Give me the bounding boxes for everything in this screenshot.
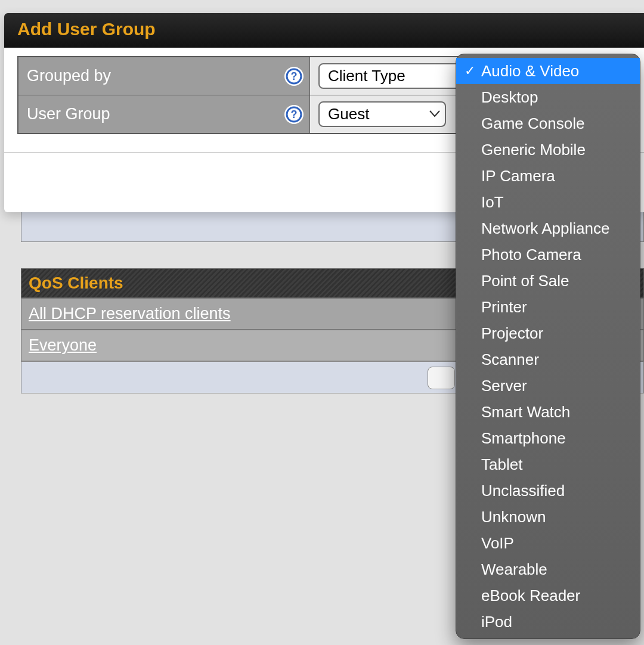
grouped-by-label-cell: Grouped by ? bbox=[18, 57, 310, 95]
dropdown-item-label: Photo Camera bbox=[481, 245, 581, 264]
dropdown-item-label: VoIP bbox=[481, 534, 514, 553]
dropdown-item[interactable]: Photo Camera bbox=[456, 241, 640, 268]
dropdown-item[interactable]: Scanner bbox=[456, 346, 640, 373]
user-group-label-cell: User Group ? bbox=[18, 95, 310, 134]
dropdown-item-label: eBook Reader bbox=[481, 586, 580, 605]
button-stub[interactable] bbox=[428, 367, 455, 389]
help-icon[interactable]: ? bbox=[284, 67, 304, 86]
dropdown-item[interactable]: Game Console bbox=[456, 110, 640, 137]
dropdown-item-label: Network Appliance bbox=[481, 219, 609, 238]
dropdown-item-label: IoT bbox=[481, 193, 504, 212]
svg-text:?: ? bbox=[291, 70, 298, 82]
qos-client-link[interactable]: Everyone bbox=[29, 336, 97, 354]
dropdown-item[interactable]: Point of Sale bbox=[456, 268, 640, 294]
dropdown-item[interactable]: Desktop bbox=[456, 84, 640, 110]
dropdown-item[interactable]: VoIP bbox=[456, 530, 640, 556]
dropdown-item[interactable]: Tablet bbox=[456, 451, 640, 477]
grouped-by-value: Client Type bbox=[328, 67, 405, 85]
dropdown-item-label: iPod bbox=[481, 612, 512, 631]
user-group-select[interactable]: Guest bbox=[318, 101, 446, 127]
dropdown-item[interactable]: IoT bbox=[456, 189, 640, 215]
dropdown-item-label: Smartphone bbox=[481, 429, 566, 448]
user-group-label: User Group bbox=[27, 105, 110, 123]
dropdown-item[interactable]: Smart Watch bbox=[456, 399, 640, 425]
dropdown-item-label: Server bbox=[481, 376, 527, 395]
dropdown-item-label: IP Camera bbox=[481, 166, 555, 185]
checkmark-icon: ✓ bbox=[463, 61, 476, 80]
grouped-by-label: Grouped by bbox=[27, 67, 111, 85]
dropdown-item-label: Unclassified bbox=[481, 481, 565, 500]
qos-clients-title: QoS Clients bbox=[29, 274, 123, 292]
dropdown-item[interactable]: Network Appliance bbox=[456, 215, 640, 241]
dropdown-item[interactable]: Generic Mobile bbox=[456, 137, 640, 163]
dropdown-item[interactable]: Wearable bbox=[456, 556, 640, 582]
qos-client-link[interactable]: All DHCP reservation clients bbox=[29, 305, 231, 322]
dropdown-item-label: Projector bbox=[481, 324, 543, 343]
dropdown-item-label: Unknown bbox=[481, 507, 546, 526]
dropdown-item-label: Scanner bbox=[481, 350, 539, 369]
dropdown-item-label: Printer bbox=[481, 297, 527, 317]
dropdown-item[interactable]: Unclassified bbox=[456, 477, 640, 504]
dropdown-item[interactable]: eBook Reader bbox=[456, 582, 640, 609]
panel-title: Add User Group bbox=[17, 19, 156, 39]
dropdown-item[interactable]: Unknown bbox=[456, 504, 640, 530]
dropdown-item[interactable]: Printer bbox=[456, 294, 640, 320]
user-group-value: Guest bbox=[328, 105, 369, 123]
client-type-dropdown[interactable]: ✓Audio & VideoDesktopGame ConsoleGeneric… bbox=[456, 54, 640, 639]
dropdown-item-label: Wearable bbox=[481, 560, 547, 579]
dropdown-item-label: Audio & Video bbox=[481, 61, 579, 80]
dropdown-item[interactable]: IP Camera bbox=[456, 163, 640, 189]
dropdown-item[interactable]: iPod bbox=[456, 609, 640, 635]
dropdown-item-label: Game Console bbox=[481, 114, 584, 133]
dropdown-item-label: Tablet bbox=[481, 455, 522, 474]
dropdown-item[interactable]: Projector bbox=[456, 320, 640, 346]
dropdown-item-label: Generic Mobile bbox=[481, 140, 586, 159]
help-icon[interactable]: ? bbox=[284, 105, 304, 124]
dropdown-item-label: Smart Watch bbox=[481, 402, 570, 421]
dropdown-item[interactable]: ✓Audio & Video bbox=[456, 58, 640, 84]
dropdown-item-label: Desktop bbox=[481, 88, 538, 107]
dropdown-item[interactable]: Smartphone bbox=[456, 425, 640, 451]
svg-text:?: ? bbox=[291, 108, 298, 120]
panel-header: Add User Group bbox=[4, 13, 644, 48]
dropdown-item[interactable]: Server bbox=[456, 373, 640, 399]
dropdown-item-label: Point of Sale bbox=[481, 271, 569, 290]
